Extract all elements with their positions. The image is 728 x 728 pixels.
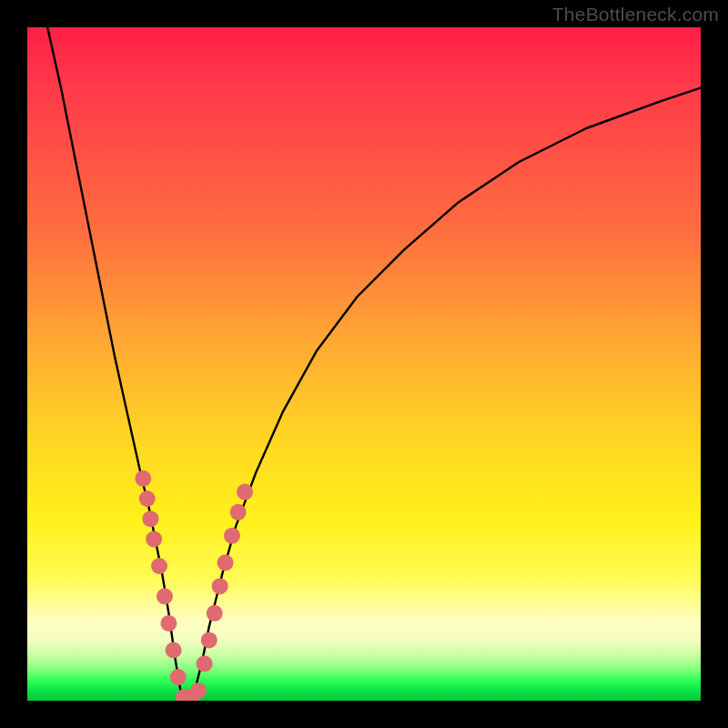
data-markers [135, 470, 253, 701]
marker-dot [237, 484, 253, 500]
marker-dot [207, 605, 223, 622]
watermark-text: TheBottleneck.com [552, 4, 719, 25]
bottleneck-curve [47, 27, 701, 701]
marker-dot [160, 615, 177, 632]
marker-dot [139, 490, 156, 507]
marker-dot [142, 511, 158, 527]
chart-svg [27, 27, 701, 701]
marker-dot [197, 655, 213, 672]
marker-dot [170, 669, 187, 685]
marker-dot [157, 588, 173, 604]
marker-dot [166, 642, 182, 659]
outer-frame: TheBottleneck.com [0, 0, 728, 728]
marker-dot [135, 470, 151, 487]
marker-dot [146, 531, 162, 547]
marker-dot [224, 528, 240, 544]
plot-area [27, 27, 701, 701]
marker-dot [151, 558, 167, 574]
marker-dot [201, 632, 217, 648]
marker-dot [190, 682, 207, 699]
marker-dot [217, 554, 234, 571]
marker-dot [212, 578, 228, 594]
marker-dot [230, 504, 247, 521]
